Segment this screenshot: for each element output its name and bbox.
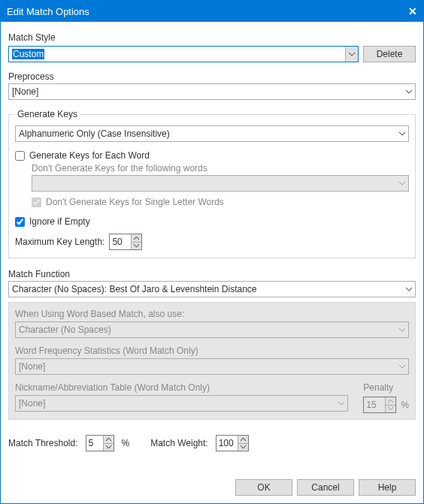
chevron-up-icon[interactable] <box>238 436 248 443</box>
preprocess-combo[interactable]: [None] <box>8 83 416 100</box>
freq-stats-combo: [None] <box>15 358 409 375</box>
penalty-input <box>364 397 385 412</box>
title-bar: Edit Match Options ✕ <box>1 1 423 22</box>
penalty-pct: % <box>401 400 409 410</box>
close-icon[interactable]: ✕ <box>408 5 417 17</box>
window-title: Edit Match Options <box>7 6 89 17</box>
match-weight-stepper[interactable] <box>216 435 249 451</box>
ignore-empty-label: Ignore if Empty <box>29 216 90 227</box>
chevron-down-icon <box>395 322 408 337</box>
action-bar: OK Cancel Help <box>1 472 423 503</box>
penalty-stepper <box>363 397 396 413</box>
chevron-down-icon[interactable] <box>345 47 358 62</box>
match-weight-label: Match Weight: <box>150 438 207 448</box>
match-weight-input[interactable] <box>217 436 238 451</box>
preprocess-value: [None] <box>12 86 38 97</box>
single-letter-checkbox <box>32 198 41 207</box>
cancel-button[interactable]: Cancel <box>297 479 354 496</box>
match-function-value: Character (No Spaces): Best Of Jaro & Le… <box>12 284 256 294</box>
generate-keys-legend: Generate Keys <box>15 109 80 119</box>
penalty-label: Penalty <box>363 382 409 395</box>
preprocess-label: Preprocess <box>8 68 416 83</box>
following-words-label: Don't Generate Keys for the following wo… <box>32 163 409 175</box>
generate-keys-combo[interactable]: Alphanumeric Only (Case Insensitive) <box>15 125 409 142</box>
match-function-subgroup: When Using Word Based Match, also use: C… <box>8 302 416 420</box>
word-based-label: When Using Word Based Match, also use: <box>15 309 409 321</box>
max-key-length-stepper[interactable] <box>109 234 142 250</box>
dialog-content: Match Style Custom Delete Preprocess [No… <box>1 22 423 472</box>
single-letter-label: Don't Generate Keys for Single Letter Wo… <box>46 197 224 207</box>
max-key-length-input[interactable] <box>110 234 131 249</box>
chevron-down-icon <box>335 396 347 411</box>
max-key-length-label: Maximum Key Length: <box>15 237 104 247</box>
word-based-combo: Character (No Spaces) <box>15 321 409 338</box>
chevron-down-icon <box>395 176 408 191</box>
nickname-label: Nickname/Abbreviation Table (Word Match … <box>15 382 348 395</box>
threshold-pct: % <box>122 438 130 448</box>
match-threshold-label: Match Threshold: <box>8 438 78 448</box>
each-word-label: Generate Keys for Each Word <box>29 150 150 161</box>
chevron-down-icon[interactable] <box>395 126 408 141</box>
chevron-down-icon[interactable] <box>402 282 415 297</box>
delete-button[interactable]: Delete <box>363 46 416 62</box>
nickname-combo: [None] <box>15 395 348 412</box>
chevron-up-icon[interactable] <box>132 234 141 242</box>
help-button[interactable]: Help <box>359 479 416 496</box>
match-threshold-input[interactable] <box>86 436 103 451</box>
ok-button[interactable]: OK <box>235 479 292 496</box>
each-word-checkbox[interactable] <box>15 151 25 161</box>
match-style-value: Custom <box>12 49 44 59</box>
generate-keys-group: Generate Keys Alphanumeric Only (Case In… <box>8 109 416 258</box>
freq-stats-label: Word Frequency Statistics (Word Match On… <box>15 346 409 358</box>
chevron-down-icon[interactable] <box>132 242 141 250</box>
match-style-combo[interactable]: Custom <box>8 46 359 62</box>
chevron-down-icon <box>395 359 408 374</box>
chevron-down-icon <box>386 405 395 413</box>
following-words-combo <box>32 175 409 192</box>
word-based-value: Character (No Spaces) <box>19 324 111 335</box>
chevron-down-icon[interactable] <box>238 443 248 451</box>
match-function-combo[interactable]: Character (No Spaces): Best Of Jaro & Le… <box>8 281 416 297</box>
chevron-down-icon[interactable] <box>104 443 114 451</box>
match-style-label: Match Style <box>8 29 416 44</box>
chevron-up-icon[interactable] <box>104 436 114 443</box>
chevron-down-icon[interactable] <box>402 84 415 99</box>
match-threshold-stepper[interactable] <box>86 435 114 451</box>
match-function-label: Match Function <box>8 266 416 281</box>
freq-stats-value: [None] <box>19 361 45 372</box>
generate-keys-value: Alphanumeric Only (Case Insensitive) <box>19 128 170 139</box>
nickname-value: [None] <box>19 398 45 409</box>
chevron-up-icon <box>386 397 395 405</box>
ignore-empty-checkbox[interactable] <box>15 217 25 227</box>
